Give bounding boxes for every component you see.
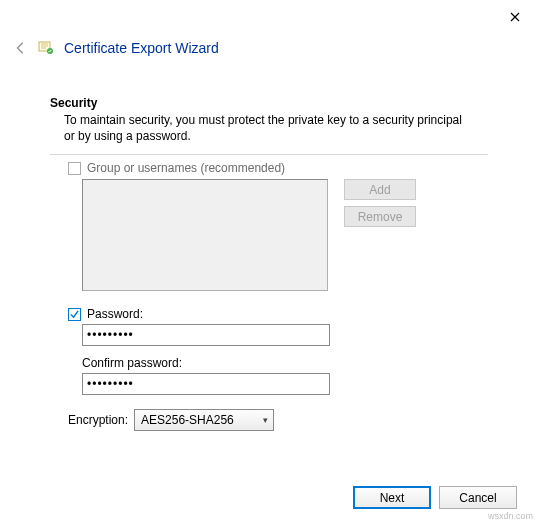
wizard-title: Certificate Export Wizard <box>64 40 219 56</box>
back-arrow-icon[interactable] <box>14 41 28 55</box>
password-label: Password: <box>87 307 143 321</box>
close-icon <box>510 12 520 22</box>
group-checkbox-label: Group or usernames (recommended) <box>87 161 285 175</box>
password-input[interactable] <box>82 324 330 346</box>
principals-listbox <box>82 179 328 291</box>
encryption-selected: AES256-SHA256 <box>141 413 234 427</box>
group-checkbox <box>68 162 81 175</box>
divider <box>50 154 488 155</box>
add-button: Add <box>344 179 416 200</box>
wizard-header: Certificate Export Wizard <box>0 34 535 68</box>
close-button[interactable] <box>495 0 535 34</box>
remove-button: Remove <box>344 206 416 227</box>
section-description: To maintain security, you must protect t… <box>50 110 470 144</box>
next-button[interactable]: Next <box>353 486 431 509</box>
watermark: wsxdn.com <box>488 511 533 521</box>
confirm-password-input[interactable] <box>82 373 330 395</box>
chevron-down-icon: ▾ <box>263 415 268 425</box>
cancel-button[interactable]: Cancel <box>439 486 517 509</box>
password-checkbox[interactable] <box>68 308 81 321</box>
certificate-icon <box>38 40 54 56</box>
encryption-select[interactable]: AES256-SHA256 ▾ <box>134 409 274 431</box>
confirm-password-label: Confirm password: <box>68 346 501 370</box>
encryption-label: Encryption: <box>68 413 128 427</box>
section-heading: Security <box>50 96 501 110</box>
